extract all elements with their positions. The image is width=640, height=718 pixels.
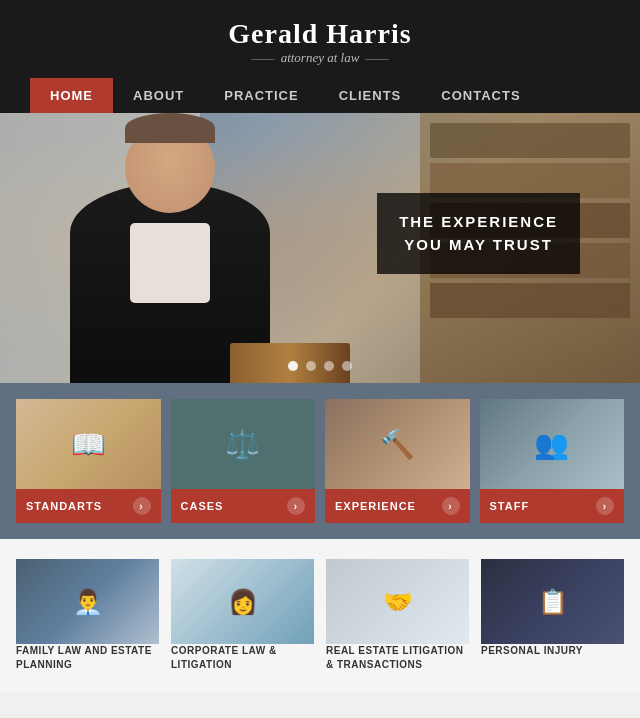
service-image-standarts: 📖 (16, 399, 161, 489)
service-arrow-experience[interactable]: › (442, 497, 460, 515)
service-image-cases: ⚖️ (171, 399, 316, 489)
service-card-staff: 👥 STAFF › (480, 399, 625, 523)
service-image-experience: 🔨 (325, 399, 470, 489)
hero-tagline-line1: THE EXPERIENCE (399, 211, 558, 234)
bottom-image-personal-injury: 📋 (481, 559, 624, 644)
service-arrow-staff[interactable]: › (596, 497, 614, 515)
service-title-experience: EXPERIENCE (335, 500, 416, 512)
hero-image-area (0, 113, 360, 383)
hero-banner: THE EXPERIENCE YOU MAY TRUST (0, 113, 640, 383)
service-label-staff[interactable]: STAFF › (480, 489, 625, 523)
logo-name: Gerald Harris (30, 18, 610, 50)
nav-item-contacts[interactable]: CONTACTS (421, 78, 540, 113)
service-label-standarts[interactable]: STANDARTS › (16, 489, 161, 523)
logo-subtitle: attorney at law (30, 50, 610, 66)
service-card-experience: 🔨 EXPERIENCE › (325, 399, 470, 523)
shelf-row (430, 283, 630, 318)
service-title-cases: CASES (181, 500, 224, 512)
service-card-cases: ⚖️ CASES › (171, 399, 316, 523)
nav-item-clients[interactable]: CLIENTS (319, 78, 422, 113)
bottom-card-family-law: 👨‍💼 FAMILY LAW AND ESTATE PLANNING (16, 559, 159, 672)
dot-4[interactable] (342, 361, 352, 371)
main-nav: HOME ABOUT PRACTICE CLIENTS CONTACTS (30, 78, 610, 113)
nav-item-practice[interactable]: PRACTICE (204, 78, 318, 113)
service-title-staff: STAFF (490, 500, 530, 512)
services-section: 📖 STANDARTS › ⚖️ CASES › 🔨 EXPERIENCE › … (0, 383, 640, 539)
bottom-card-corporate-law: 👩 CORPORATE LAW & LITIGATION (171, 559, 314, 672)
shirt (130, 223, 210, 303)
header: Gerald Harris attorney at law HOME ABOUT… (0, 0, 640, 113)
service-arrow-standarts[interactable]: › (133, 497, 151, 515)
bottom-card-personal-injury: 📋 PERSONAL INJURY (481, 559, 624, 672)
dot-1[interactable] (288, 361, 298, 371)
bottom-image-family-law: 👨‍💼 (16, 559, 159, 644)
bottom-image-corporate-law: 👩 (171, 559, 314, 644)
bottom-image-real-estate: 🤝 (326, 559, 469, 644)
nav-item-about[interactable]: ABOUT (113, 78, 204, 113)
bottom-title-corporate-law: CORPORATE LAW & LITIGATION (171, 644, 314, 672)
hero-tagline-box: THE EXPERIENCE YOU MAY TRUST (377, 193, 580, 274)
hair (125, 113, 215, 143)
bottom-title-family-law: FAMILY LAW AND ESTATE PLANNING (16, 644, 159, 672)
hero-tagline-line2: YOU MAY TRUST (399, 234, 558, 257)
bottom-title-real-estate: REAL ESTATE LITIGATION & TRANSACTIONS (326, 644, 469, 672)
service-arrow-cases[interactable]: › (287, 497, 305, 515)
dot-3[interactable] (324, 361, 334, 371)
service-label-cases[interactable]: CASES › (171, 489, 316, 523)
bottom-section: 👨‍💼 FAMILY LAW AND ESTATE PLANNING 👩 COR… (0, 539, 640, 692)
shelf-row (430, 123, 630, 158)
logo-area: Gerald Harris attorney at law (30, 18, 610, 78)
bottom-card-real-estate: 🤝 REAL ESTATE LITIGATION & TRANSACTIONS (326, 559, 469, 672)
dot-2[interactable] (306, 361, 316, 371)
service-label-experience[interactable]: EXPERIENCE › (325, 489, 470, 523)
service-card-standarts: 📖 STANDARTS › (16, 399, 161, 523)
nav-item-home[interactable]: HOME (30, 78, 113, 113)
slider-dots (288, 361, 352, 371)
service-title-standarts: STANDARTS (26, 500, 102, 512)
bottom-title-personal-injury: PERSONAL INJURY (481, 644, 624, 658)
service-image-staff: 👥 (480, 399, 625, 489)
